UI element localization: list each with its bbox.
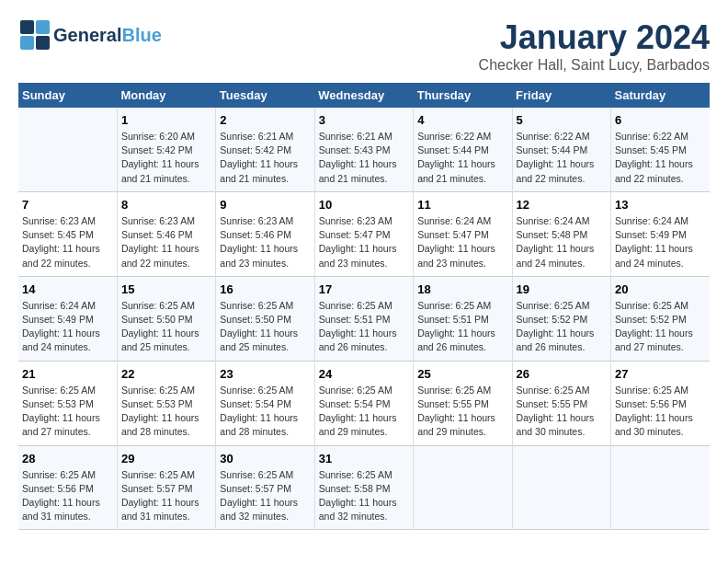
day-number: 13 (615, 198, 706, 212)
day-info: Sunrise: 6:25 AMSunset: 5:51 PMDaylight:… (417, 299, 507, 355)
calendar-cell: 6Sunrise: 6:22 AMSunset: 5:45 PMDaylight… (611, 108, 710, 191)
day-info: Sunrise: 6:25 AMSunset: 5:58 PMDaylight:… (319, 468, 409, 524)
day-info: Sunrise: 6:23 AMSunset: 5:46 PMDaylight:… (121, 214, 211, 270)
title-section: January 2024 Checker Hall, Saint Lucy, B… (479, 18, 710, 74)
day-number: 24 (319, 367, 409, 381)
day-info: Sunrise: 6:25 AMSunset: 5:57 PMDaylight:… (220, 468, 310, 524)
calendar-cell: 22Sunrise: 6:25 AMSunset: 5:53 PMDayligh… (117, 361, 215, 445)
day-info: Sunrise: 6:25 AMSunset: 5:55 PMDaylight:… (417, 384, 507, 440)
svg-rect-2 (20, 36, 34, 50)
calendar-cell: 11Sunrise: 6:24 AMSunset: 5:47 PMDayligh… (414, 191, 512, 276)
day-number: 21 (22, 367, 113, 381)
day-info: Sunrise: 6:24 AMSunset: 5:49 PMDaylight:… (615, 214, 706, 270)
calendar-cell (611, 445, 710, 530)
day-info: Sunrise: 6:25 AMSunset: 5:52 PMDaylight:… (615, 299, 706, 355)
day-number: 30 (220, 452, 310, 465)
calendar-cell: 10Sunrise: 6:23 AMSunset: 5:47 PMDayligh… (314, 191, 413, 276)
day-number: 6 (615, 113, 706, 127)
day-info: Sunrise: 6:25 AMSunset: 5:53 PMDaylight:… (22, 384, 113, 440)
day-info: Sunrise: 6:22 AMSunset: 5:45 PMDaylight:… (615, 130, 706, 186)
day-info: Sunrise: 6:23 AMSunset: 5:45 PMDaylight:… (22, 214, 113, 270)
column-header-monday: Monday (117, 83, 215, 108)
calendar-cell: 9Sunrise: 6:23 AMSunset: 5:46 PMDaylight… (216, 191, 314, 276)
calendar-cell: 8Sunrise: 6:23 AMSunset: 5:46 PMDaylight… (117, 191, 215, 276)
day-info: Sunrise: 6:25 AMSunset: 5:54 PMDaylight:… (220, 384, 310, 440)
column-header-saturday: Saturday (611, 83, 710, 108)
week-row-4: 21Sunrise: 6:25 AMSunset: 5:53 PMDayligh… (18, 361, 710, 445)
calendar-cell: 21Sunrise: 6:25 AMSunset: 5:53 PMDayligh… (18, 361, 117, 445)
day-info: Sunrise: 6:23 AMSunset: 5:46 PMDaylight:… (220, 214, 310, 270)
day-number: 18 (417, 282, 507, 296)
calendar-cell: 4Sunrise: 6:22 AMSunset: 5:44 PMDaylight… (414, 108, 512, 191)
svg-rect-0 (20, 20, 34, 34)
day-number: 14 (22, 282, 113, 296)
calendar-cell: 1Sunrise: 6:20 AMSunset: 5:42 PMDaylight… (117, 108, 215, 191)
main-title: January 2024 (479, 18, 710, 57)
day-number: 11 (417, 198, 507, 212)
day-number: 16 (220, 282, 310, 296)
svg-rect-1 (36, 20, 50, 34)
calendar-cell (512, 445, 610, 530)
day-info: Sunrise: 6:25 AMSunset: 5:51 PMDaylight:… (319, 299, 409, 355)
logo-icon (18, 18, 51, 52)
day-info: Sunrise: 6:23 AMSunset: 5:47 PMDaylight:… (319, 214, 409, 270)
day-number: 27 (615, 367, 706, 381)
day-number: 12 (517, 198, 607, 212)
week-row-1: 1Sunrise: 6:20 AMSunset: 5:42 PMDaylight… (18, 108, 710, 191)
day-number: 28 (22, 452, 113, 465)
calendar-cell: 30Sunrise: 6:25 AMSunset: 5:57 PMDayligh… (216, 445, 314, 530)
calendar-cell: 19Sunrise: 6:25 AMSunset: 5:52 PMDayligh… (512, 276, 610, 361)
week-row-5: 28Sunrise: 6:25 AMSunset: 5:56 PMDayligh… (18, 445, 710, 530)
calendar-cell: 18Sunrise: 6:25 AMSunset: 5:51 PMDayligh… (414, 276, 512, 361)
column-header-tuesday: Tuesday (216, 83, 314, 108)
column-header-sunday: Sunday (18, 83, 117, 108)
calendar-cell: 31Sunrise: 6:25 AMSunset: 5:58 PMDayligh… (314, 445, 413, 530)
day-info: Sunrise: 6:25 AMSunset: 5:56 PMDaylight:… (22, 468, 113, 524)
calendar-cell (18, 108, 117, 191)
calendar-cell: 27Sunrise: 6:25 AMSunset: 5:56 PMDayligh… (611, 361, 710, 445)
calendar-cell: 3Sunrise: 6:21 AMSunset: 5:43 PMDaylight… (314, 108, 413, 191)
day-info: Sunrise: 6:25 AMSunset: 5:55 PMDaylight:… (517, 384, 607, 440)
day-info: Sunrise: 6:22 AMSunset: 5:44 PMDaylight:… (517, 130, 607, 186)
calendar-cell: 26Sunrise: 6:25 AMSunset: 5:55 PMDayligh… (512, 361, 610, 445)
calendar-cell: 14Sunrise: 6:24 AMSunset: 5:49 PMDayligh… (18, 276, 117, 361)
calendar-cell: 28Sunrise: 6:25 AMSunset: 5:56 PMDayligh… (18, 445, 117, 530)
logo-part1: General (53, 25, 121, 45)
day-info: Sunrise: 6:25 AMSunset: 5:56 PMDaylight:… (615, 384, 706, 440)
day-number: 17 (319, 282, 409, 296)
column-header-friday: Friday (512, 83, 610, 108)
day-number: 26 (517, 367, 607, 381)
day-number: 19 (517, 282, 607, 296)
calendar-cell: 29Sunrise: 6:25 AMSunset: 5:57 PMDayligh… (117, 445, 215, 530)
logo: GeneralBlue (18, 18, 162, 52)
day-number: 31 (319, 452, 409, 465)
day-info: Sunrise: 6:20 AMSunset: 5:42 PMDaylight:… (121, 130, 211, 186)
day-number: 3 (319, 113, 409, 127)
day-number: 7 (22, 198, 113, 212)
day-info: Sunrise: 6:25 AMSunset: 5:53 PMDaylight:… (121, 384, 211, 440)
day-info: Sunrise: 6:24 AMSunset: 5:48 PMDaylight:… (517, 214, 607, 270)
day-number: 4 (417, 113, 507, 127)
calendar-cell: 17Sunrise: 6:25 AMSunset: 5:51 PMDayligh… (314, 276, 413, 361)
calendar-cell: 2Sunrise: 6:21 AMSunset: 5:42 PMDaylight… (216, 108, 314, 191)
day-number: 5 (517, 113, 607, 127)
day-number: 23 (220, 367, 310, 381)
day-number: 8 (121, 198, 211, 212)
calendar-cell: 25Sunrise: 6:25 AMSunset: 5:55 PMDayligh… (414, 361, 512, 445)
day-number: 9 (220, 198, 310, 212)
calendar-table: SundayMondayTuesdayWednesdayThursdayFrid… (18, 83, 710, 530)
day-info: Sunrise: 6:25 AMSunset: 5:52 PMDaylight:… (517, 299, 607, 355)
day-info: Sunrise: 6:25 AMSunset: 5:50 PMDaylight:… (121, 299, 211, 355)
column-header-thursday: Thursday (414, 83, 512, 108)
calendar-cell: 13Sunrise: 6:24 AMSunset: 5:49 PMDayligh… (611, 191, 710, 276)
subtitle: Checker Hall, Saint Lucy, Barbados (479, 57, 710, 74)
week-row-3: 14Sunrise: 6:24 AMSunset: 5:49 PMDayligh… (18, 276, 710, 361)
calendar-cell: 23Sunrise: 6:25 AMSunset: 5:54 PMDayligh… (216, 361, 314, 445)
calendar-cell: 20Sunrise: 6:25 AMSunset: 5:52 PMDayligh… (611, 276, 710, 361)
week-row-2: 7Sunrise: 6:23 AMSunset: 5:45 PMDaylight… (18, 191, 710, 276)
day-number: 29 (121, 452, 211, 465)
day-info: Sunrise: 6:24 AMSunset: 5:47 PMDaylight:… (417, 214, 507, 270)
calendar-cell (414, 445, 512, 530)
calendar-cell: 7Sunrise: 6:23 AMSunset: 5:45 PMDaylight… (18, 191, 117, 276)
logo-part2: Blue (121, 25, 161, 45)
